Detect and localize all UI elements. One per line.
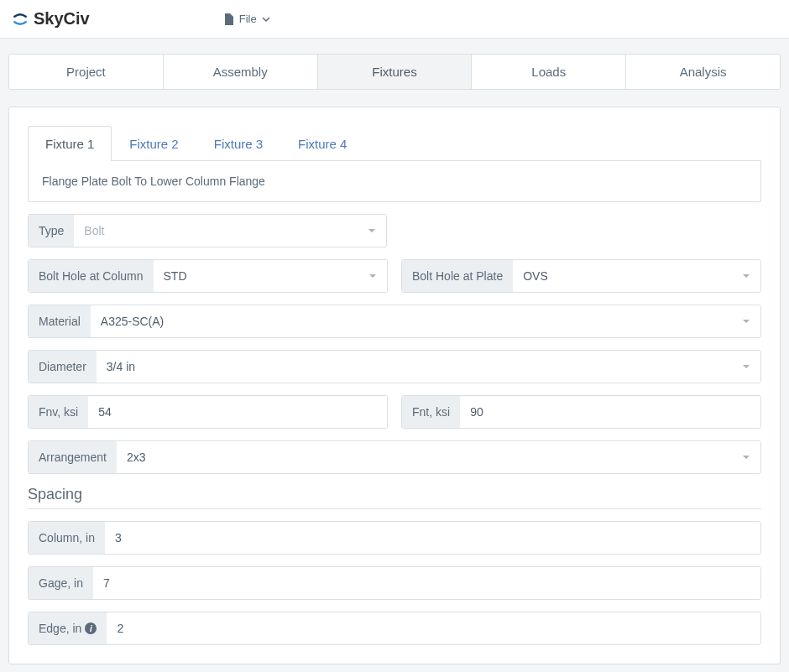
arrangement-label: Arrangement: [29, 441, 117, 473]
diameter-label: Diameter: [29, 351, 97, 383]
diameter-select[interactable]: 3/4 in: [97, 351, 760, 383]
material-select[interactable]: A325-SC(A): [91, 305, 760, 337]
row-arrangement: Arrangement 2x3: [28, 440, 761, 474]
bolt-hole-plate-field: Bolt Hole at Plate OVS: [401, 259, 761, 293]
caret-down-icon: [742, 272, 750, 280]
tab-fixture-2[interactable]: Fixture 2: [112, 126, 196, 161]
bolt-hole-plate-value: OVS: [523, 269, 742, 283]
tab-fixtures[interactable]: Fixtures: [318, 55, 473, 89]
spacing-column-value: 3: [115, 531, 750, 544]
bolt-hole-column-select[interactable]: STD: [154, 260, 387, 292]
spacing-column-input[interactable]: 3: [105, 522, 760, 554]
caret-down-icon: [368, 227, 376, 235]
row-spacing-column: Column, in 3: [28, 521, 761, 555]
bolt-hole-column-label: Bolt Hole at Column: [29, 260, 154, 292]
material-label: Material: [29, 305, 91, 337]
row-fn: Fnv, ksi 54 Fnt, ksi 90: [28, 395, 761, 429]
topbar: SkyCiv File: [0, 0, 789, 39]
row-diameter: Diameter 3/4 in: [28, 350, 761, 383]
caret-down-icon: [742, 317, 750, 326]
spacing-edge-label: Edge, in i: [29, 612, 107, 644]
tab-fixture-3[interactable]: Fixture 3: [196, 126, 280, 161]
bolt-hole-column-field: Bolt Hole at Column STD: [28, 259, 388, 293]
page-content: Project Assembly Fixtures Loads Analysis…: [0, 39, 789, 672]
fnt-value: 90: [470, 405, 750, 419]
spacing-edge-field: Edge, in i 2: [28, 612, 761, 645]
spacing-edge-value: 2: [117, 622, 750, 635]
arrangement-value: 2x3: [127, 451, 742, 464]
fnv-input[interactable]: 54: [88, 396, 387, 428]
row-material: Material A325-SC(A): [28, 305, 761, 338]
file-menu-label: File: [239, 13, 257, 25]
row-spacing-edge: Edge, in i 2: [28, 612, 761, 645]
spacing-edge-input[interactable]: 2: [107, 612, 760, 644]
fixtures-panel: Fixture 1 Fixture 2 Fixture 3 Fixture 4 …: [8, 107, 781, 664]
row-type: Type Bolt: [28, 214, 761, 247]
spacing-gage-field: Gage, in 7: [28, 566, 761, 600]
bolt-hole-plate-label: Bolt Hole at Plate: [402, 260, 513, 292]
arrangement-select[interactable]: 2x3: [117, 441, 760, 473]
type-label: Type: [29, 215, 74, 247]
type-field: Type Bolt: [28, 214, 387, 247]
caret-down-icon: [742, 453, 750, 461]
fnv-field: Fnv, ksi 54: [28, 395, 388, 429]
bolt-hole-column-value: STD: [164, 269, 368, 283]
fnt-input[interactable]: 90: [460, 396, 760, 428]
spacing-gage-input[interactable]: 7: [93, 567, 760, 599]
row-spacing-gage: Gage, in 7: [28, 566, 761, 600]
arrangement-field: Arrangement 2x3: [28, 440, 761, 474]
bolt-hole-plate-select[interactable]: OVS: [513, 260, 760, 292]
tab-fixture-1[interactable]: Fixture 1: [28, 126, 112, 161]
logo-icon: [12, 11, 29, 28]
tab-assembly[interactable]: Assembly: [164, 55, 318, 89]
file-icon: [224, 13, 234, 25]
spacing-column-field: Column, in 3: [28, 521, 761, 555]
spacing-column-label: Column, in: [29, 522, 105, 554]
fnv-label: Fnv, ksi: [29, 396, 88, 428]
type-value: Bolt: [84, 224, 368, 237]
fnv-value: 54: [98, 405, 377, 419]
brand-logo: SkyCiv: [12, 9, 90, 29]
fixture-description: Flange Plate Bolt To Lower Column Flange: [28, 161, 761, 202]
row-bolt-holes: Bolt Hole at Column STD Bolt Hole at Pla…: [28, 259, 761, 293]
spacing-gage-label: Gage, in: [29, 567, 93, 599]
diameter-field: Diameter 3/4 in: [28, 350, 761, 383]
fnt-field: Fnt, ksi 90: [401, 395, 761, 429]
main-tabs: Project Assembly Fixtures Loads Analysis: [8, 54, 781, 90]
tab-loads[interactable]: Loads: [472, 55, 626, 89]
file-menu[interactable]: File: [224, 13, 270, 25]
tab-fixture-4[interactable]: Fixture 4: [280, 126, 364, 161]
info-icon[interactable]: i: [85, 623, 97, 634]
fnt-label: Fnt, ksi: [402, 396, 460, 428]
caret-down-icon: [368, 272, 377, 280]
spacing-gage-value: 7: [103, 576, 750, 590]
spacing-section-title: Spacing: [28, 486, 761, 509]
material-value: A325-SC(A): [101, 315, 742, 328]
chevron-down-icon: [262, 15, 270, 23]
caret-down-icon: [742, 362, 750, 371]
tab-project[interactable]: Project: [9, 55, 164, 89]
brand-name: SkyCiv: [34, 9, 90, 29]
tab-analysis[interactable]: Analysis: [626, 55, 780, 89]
spacing-edge-label-text: Edge, in: [39, 622, 81, 635]
diameter-value: 3/4 in: [107, 360, 742, 373]
type-select[interactable]: Bolt: [74, 215, 386, 247]
material-field: Material A325-SC(A): [28, 305, 761, 338]
fixture-tabs: Fixture 1 Fixture 2 Fixture 3 Fixture 4: [28, 126, 761, 161]
